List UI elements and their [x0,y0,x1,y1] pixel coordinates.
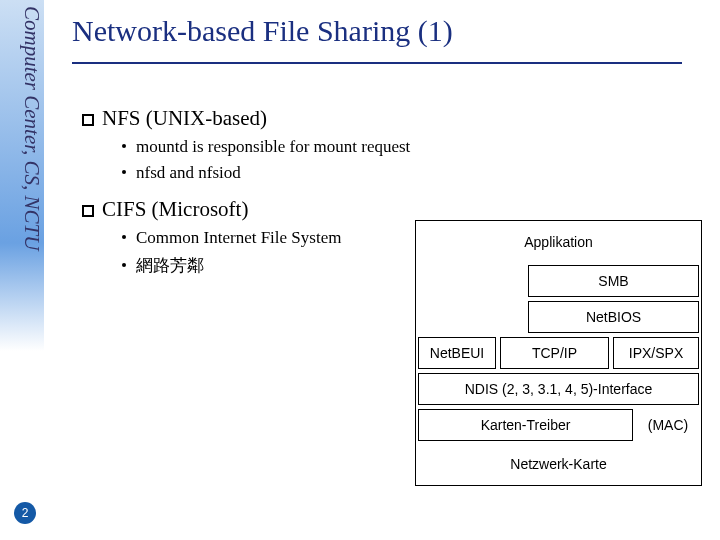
dot-bullet-icon [122,263,126,267]
bullet-nfs-sub1-text: mountd is responsible for mount request [136,137,410,156]
diagram-netbeui: NetBEUI [418,337,496,369]
bullet-cifs-label: CIFS (Microsoft) [102,197,248,221]
diagram-mac: (MAC) [635,417,701,433]
bullet-nfs-sub2: nfsd and nfsiod [122,163,702,183]
bullet-cifs: CIFS (Microsoft) [82,197,702,222]
diagram-smb: SMB [528,265,699,297]
bullet-nfs: NFS (UNIX-based) [82,106,702,131]
dot-bullet-icon [122,144,126,148]
bullet-nfs-sub1: mountd is responsible for mount request [122,137,702,157]
square-bullet-icon [82,114,94,126]
page-number: 2 [14,502,36,524]
sidebar-org-text: Computer Center, CS, NCTU [19,0,44,540]
bullet-cifs-sub2-text: 網路芳鄰 [136,256,204,275]
diagram-applikation: Applikation [418,226,699,258]
diagram-netbios: NetBIOS [528,301,699,333]
diagram-ipxspx: IPX/SPX [613,337,699,369]
square-bullet-icon [82,205,94,217]
sidebar: Computer Center, CS, NCTU [0,0,44,540]
bullet-nfs-label: NFS (UNIX-based) [102,106,267,130]
diagram-netzwerkkarte: Netzwerk-Karte [418,448,699,480]
slide-title: Network-based File Sharing (1) [72,14,453,48]
title-underline [72,62,682,64]
diagram-tcpip: TCP/IP [500,337,609,369]
dot-bullet-icon [122,170,126,174]
smb-stack-diagram: Applikation SMB NetBIOS NetBEUI TCP/IP I… [415,220,702,486]
bullet-cifs-sub1-text: Common Internet File System [136,228,341,247]
dot-bullet-icon [122,235,126,239]
diagram-kartentreiber: Karten-Treiber [418,409,633,441]
bullet-nfs-sub2-text: nfsd and nfsiod [136,163,241,182]
diagram-ndis: NDIS (2, 3, 3.1, 4, 5)-Interface [418,373,699,405]
